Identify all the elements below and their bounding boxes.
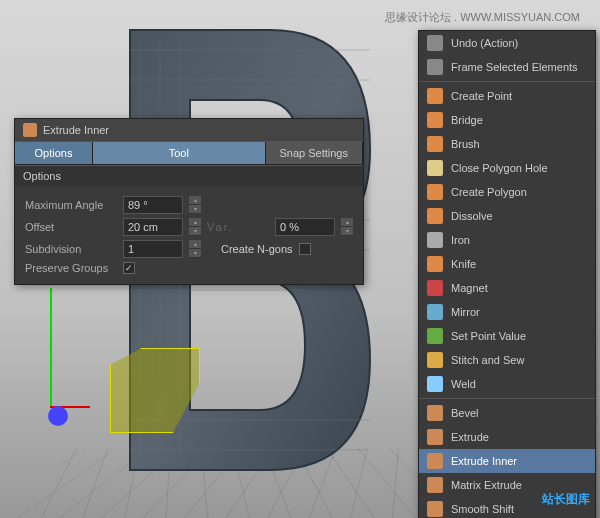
menu-item-label: Close Polygon Hole bbox=[451, 162, 548, 174]
menu-item-label: Magnet bbox=[451, 282, 488, 294]
menu-item-label: Smooth Shift bbox=[451, 503, 514, 515]
weld-icon bbox=[427, 376, 443, 392]
section-options: Options bbox=[15, 165, 363, 186]
point-icon bbox=[427, 88, 443, 104]
max-angle-spinner[interactable]: ▴▾ bbox=[189, 196, 201, 214]
var-label: Var. bbox=[207, 221, 269, 233]
iron-icon bbox=[427, 232, 443, 248]
preserve-groups-checkbox[interactable]: ✓ bbox=[123, 262, 135, 274]
menu-separator bbox=[419, 398, 595, 399]
knife-icon bbox=[427, 256, 443, 272]
menu-item-close-polygon-hole[interactable]: Close Polygon Hole bbox=[419, 156, 595, 180]
tab-snap-settings[interactable]: Snap Settings bbox=[266, 142, 364, 164]
stitch-icon bbox=[427, 352, 443, 368]
var-spinner[interactable]: ▴▾ bbox=[341, 218, 353, 236]
menu-item-bridge[interactable]: Bridge bbox=[419, 108, 595, 132]
offset-input[interactable]: 20 cm bbox=[123, 218, 183, 236]
bridge-icon bbox=[427, 112, 443, 128]
menu-item-extrude[interactable]: Extrude bbox=[419, 425, 595, 449]
dissolve-icon bbox=[427, 208, 443, 224]
brush-icon bbox=[427, 136, 443, 152]
menu-item-label: Iron bbox=[451, 234, 470, 246]
menu-item-undo-action-[interactable]: Undo (Action) bbox=[419, 31, 595, 55]
panel-tabs: Options Tool Snap Settings bbox=[15, 142, 363, 165]
menu-item-bevel[interactable]: Bevel bbox=[419, 401, 595, 425]
menu-item-label: Dissolve bbox=[451, 210, 493, 222]
max-angle-label: Maximum Angle bbox=[25, 199, 117, 211]
menu-item-knife[interactable]: Knife bbox=[419, 252, 595, 276]
menu-item-frame-selected-elements[interactable]: Frame Selected Elements bbox=[419, 55, 595, 79]
extrude-inner-icon bbox=[427, 453, 443, 469]
tab-tool[interactable]: Tool bbox=[93, 142, 266, 164]
context-menu: Undo (Action)Frame Selected ElementsCrea… bbox=[418, 30, 596, 518]
menu-item-label: Bevel bbox=[451, 407, 479, 419]
axis-y[interactable] bbox=[50, 288, 52, 408]
menu-item-iron[interactable]: Iron bbox=[419, 228, 595, 252]
panel-title-text: Extrude Inner bbox=[43, 124, 109, 136]
create-ngons-checkbox[interactable] bbox=[299, 243, 311, 255]
menu-item-create-point[interactable]: Create Point bbox=[419, 84, 595, 108]
menu-item-label: Extrude bbox=[451, 431, 489, 443]
menu-item-label: Create Point bbox=[451, 90, 512, 102]
menu-item-label: Stitch and Sew bbox=[451, 354, 524, 366]
tab-options[interactable]: Options bbox=[15, 142, 93, 164]
menu-item-extrude-inner[interactable]: Extrude Inner bbox=[419, 449, 595, 473]
menu-item-label: Bridge bbox=[451, 114, 483, 126]
menu-item-label: Extrude Inner bbox=[451, 455, 517, 467]
mirror-icon bbox=[427, 304, 443, 320]
menu-item-stitch-and-sew[interactable]: Stitch and Sew bbox=[419, 348, 595, 372]
extrude-inner-panel: Extrude Inner Options Tool Snap Settings… bbox=[14, 118, 364, 285]
menu-item-label: Weld bbox=[451, 378, 476, 390]
poly-icon bbox=[427, 184, 443, 200]
axis-gizmo[interactable] bbox=[30, 368, 90, 428]
extrude-inner-icon bbox=[23, 123, 37, 137]
menu-item-magnet[interactable]: Magnet bbox=[419, 276, 595, 300]
matrix-icon bbox=[427, 477, 443, 493]
panel-titlebar[interactable]: Extrude Inner bbox=[15, 119, 363, 142]
menu-item-label: Mirror bbox=[451, 306, 480, 318]
menu-separator bbox=[419, 81, 595, 82]
var-input[interactable]: 0 % bbox=[275, 218, 335, 236]
magnet-icon bbox=[427, 280, 443, 296]
undo-icon bbox=[427, 35, 443, 51]
menu-item-weld[interactable]: Weld bbox=[419, 372, 595, 396]
create-ngons-label: Create N-gons bbox=[221, 243, 293, 255]
menu-item-mirror[interactable]: Mirror bbox=[419, 300, 595, 324]
menu-item-brush[interactable]: Brush bbox=[419, 132, 595, 156]
watermark-top: 思缘设计论坛 . WWW.MISSYUAN.COM bbox=[385, 10, 580, 25]
offset-spinner[interactable]: ▴▾ bbox=[189, 218, 201, 236]
axis-z[interactable] bbox=[48, 406, 68, 426]
menu-item-create-polygon[interactable]: Create Polygon bbox=[419, 180, 595, 204]
watermark-bottom: 站长图库 bbox=[542, 491, 590, 508]
menu-item-label: Set Point Value bbox=[451, 330, 526, 342]
bevel-icon bbox=[427, 405, 443, 421]
smooth-icon bbox=[427, 501, 443, 517]
menu-item-dissolve[interactable]: Dissolve bbox=[419, 204, 595, 228]
menu-item-label: Knife bbox=[451, 258, 476, 270]
close-icon bbox=[427, 160, 443, 176]
subdivision-spinner[interactable]: ▴▾ bbox=[189, 240, 201, 258]
menu-item-set-point-value[interactable]: Set Point Value bbox=[419, 324, 595, 348]
setpoint-icon bbox=[427, 328, 443, 344]
menu-item-label: Matrix Extrude bbox=[451, 479, 522, 491]
menu-item-label: Brush bbox=[451, 138, 480, 150]
menu-item-label: Create Polygon bbox=[451, 186, 527, 198]
frame-icon bbox=[427, 59, 443, 75]
extrude-icon bbox=[427, 429, 443, 445]
subdivision-input[interactable]: 1 bbox=[123, 240, 183, 258]
subdivision-label: Subdivision bbox=[25, 243, 117, 255]
offset-label: Offset bbox=[25, 221, 117, 233]
preserve-groups-label: Preserve Groups bbox=[25, 262, 117, 274]
options-body: Maximum Angle 89 ° ▴▾ Offset 20 cm ▴▾ Va… bbox=[15, 186, 363, 284]
menu-item-label: Frame Selected Elements bbox=[451, 61, 578, 73]
max-angle-input[interactable]: 89 ° bbox=[123, 196, 183, 214]
menu-item-label: Undo (Action) bbox=[451, 37, 518, 49]
